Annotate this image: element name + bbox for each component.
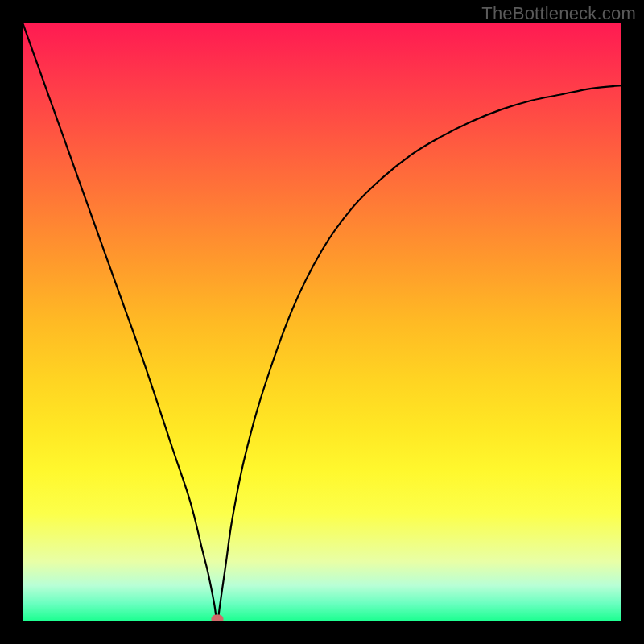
bottleneck-curve (23, 23, 621, 621)
chart-frame: TheBottleneck.com (0, 0, 644, 644)
watermark-text: TheBottleneck.com (481, 3, 636, 24)
minimum-marker (211, 615, 223, 622)
plot-area (23, 23, 621, 621)
